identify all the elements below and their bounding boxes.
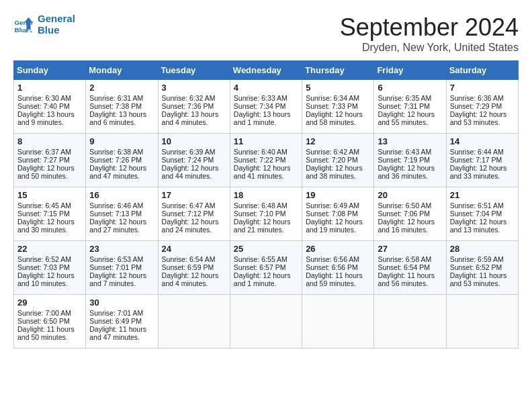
month-title: September 2024 [340,13,519,42]
calendar-cell [158,295,230,349]
sunrise-text: Sunrise: 6:37 AM [17,148,82,156]
page-header: General Blue General Blue September 2024… [13,13,519,54]
sunset-text: Sunset: 7:22 PM [234,156,298,164]
daylight-value: and 30 minutes. [17,226,82,234]
title-block: September 2024 Dryden, New York, United … [340,13,519,54]
sunrise-text: Sunrise: 6:50 AM [378,201,442,210]
day-number: 26 [306,244,370,254]
calendar-cell: 25Sunrise: 6:55 AMSunset: 6:57 PMDayligh… [230,241,302,295]
daylight-value: and 4 minutes. [162,118,226,126]
calendar-cell: 20Sunrise: 6:50 AMSunset: 7:06 PMDayligh… [374,187,446,241]
sunrise-text: Sunrise: 6:38 AM [89,148,154,156]
day-number: 1 [17,83,82,93]
sunset-text: Sunset: 6:52 PM [450,263,515,271]
daylight-label: Daylight: 12 hours [306,110,370,118]
sunset-text: Sunset: 7:06 PM [378,210,442,218]
sunrise-text: Sunrise: 6:34 AM [306,94,370,102]
sunset-text: Sunset: 7:29 PM [450,102,515,110]
sunset-text: Sunset: 7:24 PM [162,156,226,164]
weekday-header-sunday: Sunday [14,61,86,80]
daylight-label: Daylight: 12 hours [162,271,226,279]
calendar-cell: 23Sunrise: 6:53 AMSunset: 7:01 PMDayligh… [86,241,158,295]
daylight-value: and 10 minutes. [17,279,82,287]
calendar-cell: 7Sunrise: 6:36 AMSunset: 7:29 PMDaylight… [446,80,518,134]
sunrise-text: Sunrise: 6:30 AM [17,94,82,102]
daylight-value: and 50 minutes. [17,333,82,341]
daylight-label: Daylight: 13 hours [17,110,82,118]
day-number: 24 [162,244,226,254]
daylight-value: and 7 minutes. [89,279,154,287]
daylight-value: and 1 minute. [234,279,298,287]
sunrise-text: Sunrise: 6:58 AM [378,255,442,263]
location-title: Dryden, New York, United States [340,42,519,54]
daylight-label: Daylight: 12 hours [89,164,154,172]
calendar-table: SundayMondayTuesdayWednesdayThursdayFrid… [13,60,519,349]
day-number: 29 [17,298,82,308]
calendar-cell: 26Sunrise: 6:56 AMSunset: 6:56 PMDayligh… [302,241,374,295]
daylight-label: Daylight: 11 hours [378,271,442,279]
sunrise-text: Sunrise: 6:33 AM [234,94,298,102]
calendar-cell: 4Sunrise: 6:33 AMSunset: 7:34 PMDaylight… [230,80,302,134]
sunrise-text: Sunrise: 6:45 AM [17,201,82,210]
sunrise-text: Sunrise: 7:01 AM [89,309,154,317]
sunrise-text: Sunrise: 6:48 AM [234,201,298,210]
logo-text-line2: Blue [38,25,75,36]
calendar-cell: 22Sunrise: 6:52 AMSunset: 7:03 PMDayligh… [14,241,86,295]
day-number: 13 [378,136,442,146]
daylight-label: Daylight: 12 hours [378,164,442,172]
daylight-value: and 13 minutes. [450,226,515,234]
calendar-cell: 2Sunrise: 6:31 AMSunset: 7:38 PMDaylight… [86,80,158,134]
daylight-value: and 41 minutes. [234,172,298,180]
daylight-label: Daylight: 12 hours [306,164,370,172]
daylight-value: and 58 minutes. [306,118,370,126]
sunset-text: Sunset: 6:50 PM [17,317,82,325]
day-number: 4 [234,83,298,93]
calendar-cell: 13Sunrise: 6:43 AMSunset: 7:19 PMDayligh… [374,134,446,187]
calendar-cell [230,295,302,349]
daylight-label: Daylight: 12 hours [89,271,154,279]
sunrise-text: Sunrise: 6:51 AM [450,201,515,210]
sunrise-text: Sunrise: 6:36 AM [450,94,515,102]
calendar-cell: 6Sunrise: 6:35 AMSunset: 7:31 PMDaylight… [374,80,446,134]
sunset-text: Sunset: 7:04 PM [450,210,515,218]
daylight-label: Daylight: 13 hours [89,110,154,118]
calendar-cell [446,295,518,349]
sunset-text: Sunset: 6:57 PM [234,263,298,271]
daylight-label: Daylight: 12 hours [378,110,442,118]
sunrise-text: Sunrise: 6:59 AM [450,255,515,263]
calendar-cell: 19Sunrise: 6:49 AMSunset: 7:08 PMDayligh… [302,187,374,241]
sunset-text: Sunset: 7:31 PM [378,102,442,110]
day-number: 27 [378,244,442,254]
calendar-cell: 27Sunrise: 6:58 AMSunset: 6:54 PMDayligh… [374,241,446,295]
day-number: 18 [234,190,298,200]
daylight-label: Daylight: 11 hours [17,325,82,333]
calendar-cell: 9Sunrise: 6:38 AMSunset: 7:26 PMDaylight… [86,134,158,187]
sunrise-text: Sunrise: 6:47 AM [162,201,226,210]
sunset-text: Sunset: 6:54 PM [378,263,442,271]
calendar-cell: 30Sunrise: 7:01 AMSunset: 6:49 PMDayligh… [86,295,158,349]
daylight-value: and 19 minutes. [306,226,370,234]
sunset-text: Sunset: 7:36 PM [162,102,226,110]
daylight-label: Daylight: 11 hours [306,271,370,279]
sunset-text: Sunset: 7:26 PM [89,156,154,164]
calendar-cell: 18Sunrise: 6:48 AMSunset: 7:10 PMDayligh… [230,187,302,241]
daylight-label: Daylight: 12 hours [450,164,515,172]
daylight-value: and 27 minutes. [89,226,154,234]
sunrise-text: Sunrise: 6:31 AM [89,94,154,102]
sunset-text: Sunset: 7:27 PM [17,156,82,164]
day-number: 10 [162,136,226,146]
daylight-value: and 38 minutes. [306,172,370,180]
day-number: 5 [306,83,370,93]
weekday-header-tuesday: Tuesday [158,61,230,80]
logo-icon: General Blue [13,15,34,35]
daylight-value: and 50 minutes. [17,172,82,180]
calendar-week-1: 1Sunrise: 6:30 AMSunset: 7:40 PMDaylight… [14,80,519,134]
day-number: 23 [89,244,154,254]
sunset-text: Sunset: 6:56 PM [306,263,370,271]
sunrise-text: Sunrise: 6:43 AM [378,148,442,156]
day-number: 2 [89,83,154,93]
calendar-cell: 24Sunrise: 6:54 AMSunset: 6:59 PMDayligh… [158,241,230,295]
day-number: 17 [162,190,226,200]
calendar-cell: 12Sunrise: 6:42 AMSunset: 7:20 PMDayligh… [302,134,374,187]
weekday-header-monday: Monday [86,61,158,80]
